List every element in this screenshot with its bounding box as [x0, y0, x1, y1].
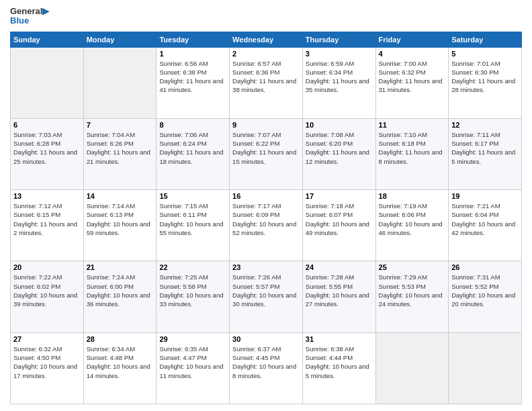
calendar-day-cell: 21Sunrise: 7:24 AMSunset: 6:00 PMDayligh… [83, 261, 157, 332]
day-number: 13 [13, 192, 81, 200]
calendar-week-row: 27Sunrise: 6:32 AMSunset: 4:50 PMDayligh… [11, 332, 522, 404]
day-info: Sunrise: 7:31 AMSunset: 5:52 PMDaylight:… [451, 273, 519, 308]
day-info: Sunrise: 7:21 AMSunset: 6:04 PMDaylight:… [451, 201, 519, 237]
day-info: Sunrise: 7:26 AMSunset: 5:57 PMDaylight:… [232, 273, 300, 308]
day-info: Sunrise: 7:15 AMSunset: 6:11 PMDaylight:… [159, 201, 226, 237]
day-info: Sunrise: 7:06 AMSunset: 6:24 PMDaylight:… [159, 130, 226, 166]
day-number: 2 [232, 50, 300, 58]
day-info: Sunrise: 7:08 AMSunset: 6:20 PMDaylight:… [306, 130, 373, 166]
day-number: 29 [159, 335, 226, 343]
calendar-day-cell: 15Sunrise: 7:15 AMSunset: 6:11 PMDayligh… [157, 190, 230, 261]
calendar-day-cell: 28Sunrise: 6:34 AMSunset: 4:48 PMDayligh… [83, 332, 157, 404]
day-number: 5 [451, 50, 519, 58]
calendar-day-cell: 19Sunrise: 7:21 AMSunset: 6:04 PMDayligh… [449, 190, 522, 261]
day-number: 18 [379, 192, 446, 200]
day-info: Sunrise: 6:56 AMSunset: 6:38 PMDaylight:… [159, 59, 226, 95]
calendar-header-row: SundayMondayTuesdayWednesdayThursdayFrid… [11, 32, 522, 47]
day-info: Sunrise: 7:10 AMSunset: 6:18 PMDaylight:… [379, 130, 446, 166]
day-info: Sunrise: 7:18 AMSunset: 6:07 PMDaylight:… [306, 201, 373, 237]
calendar-day-cell: 29Sunrise: 6:35 AMSunset: 4:47 PMDayligh… [157, 332, 230, 404]
calendar-day-cell [11, 47, 84, 118]
day-info: Sunrise: 7:14 AMSunset: 6:13 PMDaylight:… [87, 201, 154, 237]
logo-container: General▶ Blue [10, 7, 49, 26]
calendar-day-cell: 16Sunrise: 7:17 AMSunset: 6:09 PMDayligh… [230, 190, 303, 261]
day-info: Sunrise: 6:37 AMSunset: 4:45 PMDaylight:… [232, 345, 300, 380]
day-number: 30 [232, 335, 300, 343]
day-number: 23 [232, 263, 300, 271]
day-info: Sunrise: 7:03 AMSunset: 6:28 PMDaylight:… [13, 130, 81, 166]
day-number: 15 [159, 192, 226, 200]
day-info: Sunrise: 7:00 AMSunset: 6:32 PMDaylight:… [379, 59, 446, 95]
day-number: 25 [379, 263, 446, 271]
day-number: 21 [87, 263, 154, 271]
day-number: 20 [13, 263, 81, 271]
calendar-day-cell: 1Sunrise: 6:56 AMSunset: 6:38 PMDaylight… [157, 47, 230, 118]
day-info: Sunrise: 7:22 AMSunset: 6:02 PMDaylight:… [13, 273, 81, 308]
day-number: 16 [232, 192, 300, 200]
day-number: 28 [87, 335, 154, 343]
day-number: 24 [306, 263, 373, 271]
logo: General▶ Blue [10, 7, 49, 26]
calendar-day-cell [449, 332, 522, 404]
day-info: Sunrise: 7:25 AMSunset: 5:58 PMDaylight:… [159, 273, 226, 308]
calendar-day-cell: 25Sunrise: 7:29 AMSunset: 5:53 PMDayligh… [375, 261, 449, 332]
day-info: Sunrise: 7:11 AMSunset: 6:17 PMDaylight:… [451, 130, 519, 166]
calendar-day-cell: 10Sunrise: 7:08 AMSunset: 6:20 PMDayligh… [302, 118, 375, 189]
day-info: Sunrise: 6:57 AMSunset: 6:36 PMDaylight:… [232, 59, 300, 95]
day-info: Sunrise: 6:35 AMSunset: 4:47 PMDaylight:… [159, 345, 226, 380]
day-number: 19 [451, 192, 519, 200]
calendar-day-cell: 9Sunrise: 7:07 AMSunset: 6:22 PMDaylight… [230, 118, 303, 189]
day-number: 22 [159, 263, 226, 271]
day-number: 14 [87, 192, 154, 200]
day-number: 3 [306, 50, 373, 58]
calendar-day-cell [83, 47, 157, 118]
calendar-day-header: Monday [83, 32, 157, 47]
calendar-day-cell: 26Sunrise: 7:31 AMSunset: 5:52 PMDayligh… [449, 261, 522, 332]
day-info: Sunrise: 6:34 AMSunset: 4:48 PMDaylight:… [87, 345, 154, 380]
calendar-week-row: 13Sunrise: 7:12 AMSunset: 6:15 PMDayligh… [11, 190, 522, 261]
calendar-week-row: 20Sunrise: 7:22 AMSunset: 6:02 PMDayligh… [11, 261, 522, 332]
day-info: Sunrise: 7:01 AMSunset: 6:30 PMDaylight:… [451, 59, 519, 95]
day-info: Sunrise: 6:59 AMSunset: 6:34 PMDaylight:… [306, 59, 373, 95]
calendar-day-cell: 27Sunrise: 6:32 AMSunset: 4:50 PMDayligh… [11, 332, 84, 404]
logo-general: General▶ [10, 7, 49, 16]
day-info: Sunrise: 6:38 AMSunset: 4:44 PMDaylight:… [306, 345, 373, 380]
calendar-day-cell: 11Sunrise: 7:10 AMSunset: 6:18 PMDayligh… [375, 118, 449, 189]
calendar-day-cell: 17Sunrise: 7:18 AMSunset: 6:07 PMDayligh… [302, 190, 375, 261]
calendar-day-cell: 3Sunrise: 6:59 AMSunset: 6:34 PMDaylight… [302, 47, 375, 118]
calendar-day-cell: 14Sunrise: 7:14 AMSunset: 6:13 PMDayligh… [83, 190, 157, 261]
calendar-table: SundayMondayTuesdayWednesdayThursdayFrid… [10, 32, 522, 404]
calendar-day-cell: 18Sunrise: 7:19 AMSunset: 6:06 PMDayligh… [375, 190, 449, 261]
day-info: Sunrise: 7:07 AMSunset: 6:22 PMDaylight:… [232, 130, 300, 166]
day-number: 26 [451, 263, 519, 271]
day-info: Sunrise: 7:29 AMSunset: 5:53 PMDaylight:… [379, 273, 446, 308]
calendar-day-cell: 31Sunrise: 6:38 AMSunset: 4:44 PMDayligh… [302, 332, 375, 404]
day-info: Sunrise: 7:24 AMSunset: 6:00 PMDaylight:… [87, 273, 154, 308]
calendar-day-cell: 8Sunrise: 7:06 AMSunset: 6:24 PMDaylight… [157, 118, 230, 189]
calendar-day-cell: 2Sunrise: 6:57 AMSunset: 6:36 PMDaylight… [230, 47, 303, 118]
calendar-day-cell: 4Sunrise: 7:00 AMSunset: 6:32 PMDaylight… [375, 47, 449, 118]
day-number: 10 [306, 121, 373, 129]
calendar-day-header: Saturday [449, 32, 522, 47]
day-info: Sunrise: 7:19 AMSunset: 6:06 PMDaylight:… [379, 201, 446, 237]
day-number: 31 [306, 335, 373, 343]
day-number: 7 [87, 121, 154, 129]
calendar-day-cell: 24Sunrise: 7:28 AMSunset: 5:55 PMDayligh… [302, 261, 375, 332]
day-info: Sunrise: 6:32 AMSunset: 4:50 PMDaylight:… [13, 345, 81, 380]
calendar-day-header: Tuesday [157, 32, 230, 47]
calendar-day-cell: 13Sunrise: 7:12 AMSunset: 6:15 PMDayligh… [11, 190, 84, 261]
calendar-week-row: 6Sunrise: 7:03 AMSunset: 6:28 PMDaylight… [11, 118, 522, 189]
day-number: 12 [451, 121, 519, 129]
day-number: 17 [306, 192, 373, 200]
day-number: 27 [13, 335, 81, 343]
calendar-day-cell: 20Sunrise: 7:22 AMSunset: 6:02 PMDayligh… [11, 261, 84, 332]
calendar-day-cell: 7Sunrise: 7:04 AMSunset: 6:26 PMDaylight… [83, 118, 157, 189]
day-number: 8 [159, 121, 226, 129]
calendar-day-header: Friday [375, 32, 449, 47]
calendar-day-cell: 22Sunrise: 7:25 AMSunset: 5:58 PMDayligh… [157, 261, 230, 332]
day-number: 4 [379, 50, 446, 58]
calendar-day-header: Thursday [302, 32, 375, 47]
calendar-day-header: Sunday [11, 32, 84, 47]
calendar-day-cell: 6Sunrise: 7:03 AMSunset: 6:28 PMDaylight… [11, 118, 84, 189]
calendar-day-cell: 5Sunrise: 7:01 AMSunset: 6:30 PMDaylight… [449, 47, 522, 118]
